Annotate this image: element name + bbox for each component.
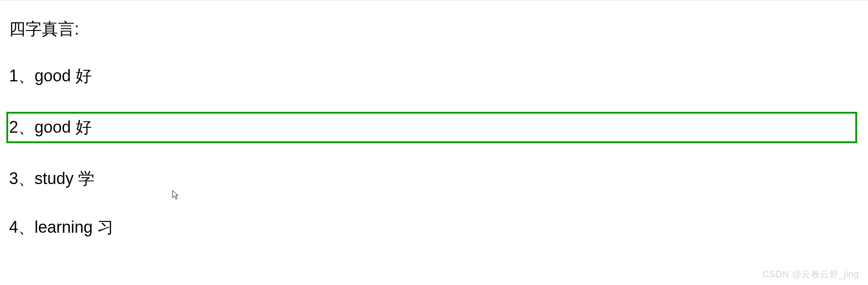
top-separator — [0, 0, 868, 0]
watermark-text: CSDN @云卷云舒_jing — [763, 268, 859, 280]
list-item: 4、learning 习 — [9, 215, 859, 240]
content-area: 四字真言: 1、good 好 2、good 好 3、study 学 4、lear… — [0, 0, 868, 250]
list-item: 1、good 好 — [9, 63, 859, 89]
list-item: 3、study 学 — [9, 166, 859, 192]
list-item-highlighted: 2、good 好 — [6, 112, 857, 143]
page-title: 四字真言: — [9, 18, 859, 40]
